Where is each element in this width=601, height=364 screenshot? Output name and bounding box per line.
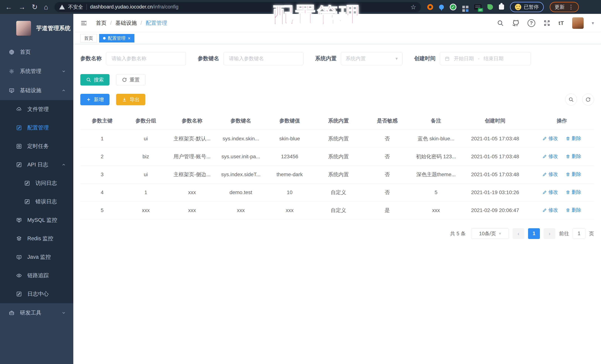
prev-page-button[interactable]: ‹ [512,228,524,239]
cell-name: 用户管理-账号... [168,148,216,165]
help-icon[interactable]: ? [528,19,535,27]
security-warning-icon[interactable] [59,5,65,10]
sidebar-item-files[interactable]: 文件管理 [0,100,73,119]
sidebar-item-redis[interactable]: Redis 监控 [0,229,73,248]
sidebar-item-system[interactable]: 系统管理 [0,62,73,81]
trash-icon [566,190,570,194]
filter-builtin-label: 系统内置 [315,55,337,62]
calendar-icon [445,56,450,61]
tag-home[interactable]: 首页 [80,34,97,42]
cell-builtin: 自定义 [314,183,363,201]
url-path: /infra/config [153,4,179,10]
current-page-button[interactable]: 1 [528,228,540,239]
edit-link[interactable]: 修改 [542,153,558,160]
sidebar-item-config[interactable]: 配置管理 [0,119,73,137]
extension-orange-icon[interactable] [427,4,433,10]
cell-id: 4 [80,183,124,201]
font-size-icon[interactable]: tT [559,20,564,26]
page-unit-label: 页 [589,230,594,237]
security-label: 不安全 [68,4,83,10]
fullscreen-icon[interactable] [543,20,551,27]
search-button[interactable]: 搜索 [80,74,110,85]
profile-paused-chip[interactable]: 已暂停 [510,2,544,12]
extension-pin-icon[interactable] [439,5,444,10]
tag-close-icon[interactable]: × [128,36,130,41]
action-button-row: 新增 导出 [80,94,594,105]
page-size-select[interactable]: 10条/页 ▾ [471,228,509,239]
filter-key-input[interactable] [224,52,303,65]
paused-label: 已暂停 [524,4,539,10]
sidebar-item-label: 错误日志 [35,198,57,205]
sidebar-menu: 首页 系统管理 基础设施 文件管理 [0,42,73,323]
browser-back-icon[interactable]: ← [5,3,12,10]
filter-name-input[interactable] [106,52,186,65]
cell-name: xxx [168,201,216,219]
cell-key: sys.user.init-pa... [216,148,265,165]
sidebar-item-api-log[interactable]: API 日志 [0,155,73,174]
delete-link[interactable]: 删除 [566,171,581,177]
edit-link[interactable]: 修改 [542,207,558,213]
browser-forward-icon[interactable]: → [19,3,25,10]
log-pen-icon [16,162,22,168]
cell-id: 5 [80,201,124,219]
edit-link[interactable]: 修改 [542,189,558,195]
delete-link[interactable]: 删除 [566,207,581,213]
cell-value: theme-dark [265,165,314,183]
sidebar-item-tracer[interactable]: 链路追踪 [0,266,73,285]
user-menu-caret-icon[interactable]: ▾ [592,20,594,26]
filter-builtin-select[interactable]: 系统内置 ▾ [341,52,402,65]
edit-square-icon [16,125,22,131]
edit-link[interactable]: 修改 [542,135,558,142]
sidebar-item-mysql[interactable]: MySQL 监控 [0,211,73,229]
sidebar-item-infra[interactable]: 基础设施 [0,81,73,100]
extension-switch-icon[interactable]: on [474,4,481,10]
delete-link[interactable]: 删除 [566,189,581,195]
next-page-button[interactable]: › [544,228,555,239]
layers-icon [16,236,22,241]
reset-button[interactable]: 重置 [116,74,145,85]
tag-config[interactable]: 配置管理 × [99,34,134,42]
cell-value: skin-blue [265,130,314,148]
delete-link[interactable]: 删除 [566,135,581,142]
delete-link[interactable]: 删除 [566,153,581,160]
bookmark-star-icon[interactable]: ☆ [411,3,416,11]
breadcrumb-home[interactable]: 首页 [96,19,107,27]
pencil-icon [542,172,547,177]
sidebar-item-job[interactable]: 定时任务 [0,137,73,155]
sidebar-item-java[interactable]: Java 监控 [0,248,73,266]
cell-group: biz [124,148,168,165]
log-pen-icon [16,291,22,297]
breadcrumb-infra[interactable]: 基础设施 [115,19,137,27]
active-tag-dot [103,37,106,40]
goto-page-input[interactable] [573,228,585,239]
browser-reload-icon[interactable]: ↻ [32,3,38,10]
extension-check-icon[interactable]: ✓ [450,4,456,10]
browser-update-button[interactable]: 更新 ⋮ [550,2,579,12]
col-group: 参数分组 [124,112,168,130]
toggle-search-button[interactable] [565,94,577,105]
sidebar-item-devtools[interactable]: 研发工具 [0,303,73,323]
sidebar-item-home[interactable]: 首页 [0,42,73,62]
cell-value: 123456 [265,148,314,165]
sidebar-item-error-log[interactable]: 错误日志 [0,192,73,211]
browser-home-icon[interactable]: ⌂ [44,3,48,10]
extensions-puzzle-icon[interactable] [499,4,504,10]
address-bar[interactable]: 不安全 dashboard.yudao.iocoder.cn/infra/con… [54,2,421,12]
user-avatar[interactable] [572,17,584,29]
filter-daterange-picker[interactable]: 开始日期 - 结束日期 [440,52,531,65]
export-button[interactable]: 导出 [116,94,145,105]
sidebar-item-access-log[interactable]: 访问日志 [0,174,73,192]
github-icon[interactable] [512,19,519,27]
extension-leaf-icon[interactable] [487,4,493,10]
browser-menu-icon[interactable]: ⋮ [568,4,574,10]
cell-created: 2021-02-09 20:06:47 [461,201,530,219]
hamburger-icon[interactable] [80,20,87,27]
sidebar-item-log-center[interactable]: 日志中心 [0,285,73,303]
edit-link[interactable]: 修改 [542,171,558,177]
refresh-table-button[interactable] [582,94,594,105]
profile-emoji-icon [515,4,521,10]
tagbar: 首页 配置管理 × [73,32,601,44]
add-button[interactable]: 新增 [80,94,110,105]
extension-grid-icon[interactable] [462,6,465,8]
search-icon[interactable] [497,20,504,27]
